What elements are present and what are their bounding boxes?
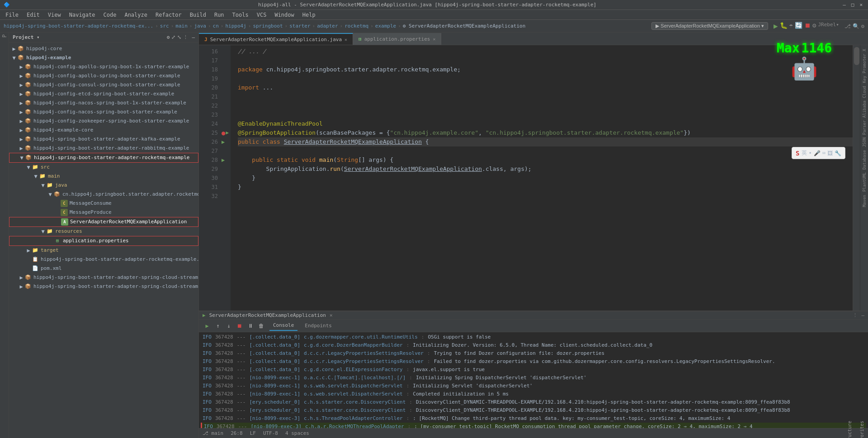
endpoints-tab[interactable]: Endpoints bbox=[301, 321, 335, 330]
tree-item-cloud-rabbit[interactable]: ▶ 📦 hippo4j-spring-boot-starter-adapter-… bbox=[9, 273, 198, 282]
menu-view[interactable]: View bbox=[44, 11, 65, 19]
input-icon-english[interactable]: 英 bbox=[802, 149, 807, 157]
nav-breadcrumb-springboot[interactable]: springboot bbox=[253, 23, 283, 29]
nav-breadcrumb-main[interactable]: main bbox=[175, 23, 188, 29]
tree-item-cloud-rocket[interactable]: ▶ 📦 hippo4j-spring-boot-starter-adapter-… bbox=[9, 282, 198, 291]
rerun-button[interactable]: ▶ bbox=[203, 321, 212, 330]
tree-item-message-consume[interactable]: C MessageConsume bbox=[9, 199, 198, 208]
status-git[interactable]: ⎇ main bbox=[203, 430, 223, 436]
toolbar-settings[interactable]: ⚙ bbox=[812, 22, 816, 30]
sidebar-expand[interactable]: ⤢ bbox=[171, 34, 175, 40]
git-icon[interactable]: ⎇ bbox=[844, 23, 851, 29]
menu-tools[interactable]: Tools bbox=[229, 11, 252, 19]
stop-button[interactable]: ⏹ bbox=[804, 22, 811, 30]
sidebar-menu[interactable]: ⋮ bbox=[183, 34, 188, 40]
tree-item-pom[interactable]: 📄 pom.xml bbox=[9, 264, 198, 273]
window-controls[interactable]: — □ ✕ bbox=[841, 2, 864, 8]
sidebar-gear[interactable]: ⚙ bbox=[167, 34, 170, 40]
menu-code[interactable]: Code bbox=[100, 11, 120, 19]
log-area[interactable]: IFO 367428 --- [.collect.data_0] c.g.doz… bbox=[199, 332, 868, 428]
menu-vcs[interactable]: VCS bbox=[253, 11, 270, 19]
menu-refactor[interactable]: Refactor bbox=[152, 11, 185, 19]
tree-item-etcd[interactable]: ▶ 📦 hippo4j-config-etcd-spring-boot-star… bbox=[9, 89, 198, 99]
menu-run[interactable]: Run bbox=[211, 11, 228, 19]
tree-item-target[interactable]: ▶ 📁 target bbox=[9, 246, 198, 255]
project-icon[interactable]: P bbox=[1, 34, 8, 38]
nav-breadcrumb-adapter[interactable]: adapter bbox=[317, 23, 338, 29]
tree-item-iml[interactable]: 📋 hippo4j-spring-boot-starter-adapter-ro… bbox=[9, 255, 198, 264]
maximize-button[interactable]: □ bbox=[849, 2, 856, 8]
nav-breadcrumb-java[interactable]: java bbox=[194, 23, 206, 29]
tree-item-properties[interactable]: ⊞ application.properties bbox=[9, 236, 198, 246]
tree-item-zookeeper[interactable]: ▶ 📦 hippo4j-config-zookeeper-spring-boot… bbox=[9, 117, 198, 126]
sidebar-collapse[interactable]: ⤡ bbox=[177, 34, 181, 40]
menu-file[interactable]: File bbox=[2, 11, 22, 19]
pause-btn[interactable]: ⏸ bbox=[246, 321, 255, 330]
input-icon-s[interactable]: S bbox=[796, 150, 799, 157]
close-button[interactable]: ✕ bbox=[858, 2, 864, 8]
run-tab-label[interactable]: ServerAdapterRocketMQExampleApplication bbox=[209, 312, 326, 318]
stop-run-btn[interactable]: ⏹ bbox=[235, 321, 244, 330]
run-panel-menu[interactable]: ⋮ bbox=[853, 312, 858, 318]
menu-navigate[interactable]: Navigate bbox=[66, 11, 99, 19]
tree-item-consul[interactable]: ▶ 📦 hippo4j-config-consul-spring-boot-st… bbox=[9, 80, 198, 89]
nav-breadcrumb-example[interactable]: example bbox=[375, 23, 396, 29]
settings-icon[interactable]: ⚙ bbox=[861, 23, 864, 29]
nav-breadcrumb-class[interactable]: ⚙ ServerAdapterRocketMQExampleApplicatio… bbox=[403, 23, 526, 29]
nav-breadcrumb-1[interactable]: hippo4j-spring-boot-starter-adapter-rock… bbox=[4, 23, 153, 29]
tree-item-src[interactable]: ▼ 📁 src bbox=[9, 163, 198, 172]
tree-item-nacos[interactable]: ▶ 📦 hippo4j-config-nacos-spring-boot-sta… bbox=[9, 108, 198, 117]
tree-item-java[interactable]: ▼ 📁 java bbox=[9, 181, 198, 190]
tree-item-apollo[interactable]: ▶ 📦 hippo4j-config-apollo-spring-boot-st… bbox=[9, 71, 198, 80]
run-marker-26[interactable]: ▶ bbox=[222, 137, 225, 146]
scroll-thumb[interactable] bbox=[854, 47, 859, 65]
run-config-button[interactable]: ▶ ServerAdapterRocketMQExampleApplicatio… bbox=[651, 22, 768, 30]
run-marker-28[interactable]: ▶ bbox=[222, 155, 225, 165]
search-everywhere-icon[interactable]: 🔍 bbox=[853, 23, 859, 29]
tree-item-hippo4j-example[interactable]: ▼ 📦 hippo4j-example bbox=[9, 53, 198, 62]
tree-item-rocketmq-module[interactable]: ▼ 📦 hippo4j-spring-boot-starter-adapter-… bbox=[9, 153, 198, 163]
minimize-button[interactable]: — bbox=[841, 2, 848, 8]
tree-item-rabbitmq[interactable]: ▶ 📦 hippo4j-spring-boot-starter-adapter-… bbox=[9, 144, 198, 153]
run-tab-close[interactable]: ✕ bbox=[330, 312, 333, 318]
tree-item-message-produce[interactable]: C MessageProduce bbox=[9, 208, 198, 217]
debug-button[interactable]: 🐛 bbox=[780, 22, 788, 30]
clear-btn[interactable]: 🗑 bbox=[257, 321, 266, 330]
scroll-up-btn[interactable]: ↑ bbox=[213, 321, 222, 330]
input-icon-mic[interactable]: 🎤 bbox=[814, 150, 821, 156]
tree-item-kafka[interactable]: ▶ 📦 hippo4j-spring-boot-starter-adapter-… bbox=[9, 135, 198, 144]
tab-properties-close[interactable]: ✕ bbox=[433, 37, 435, 42]
tree-item-hippo4j-core[interactable]: ▶ 📦 hippo4j-core bbox=[9, 44, 198, 53]
console-tab[interactable]: Console bbox=[269, 320, 297, 331]
tree-item-example-core[interactable]: ▶ 📦 hippo4j-example-core bbox=[9, 126, 198, 135]
input-icon-tools[interactable]: 🔧 bbox=[835, 150, 841, 156]
editor-scrollbar[interactable] bbox=[853, 45, 860, 311]
nav-breadcrumb-starter[interactable]: starter bbox=[289, 23, 310, 29]
jrebel-button[interactable]: JRebel▾ bbox=[818, 22, 839, 30]
coverage-button[interactable]: ☂ bbox=[789, 22, 793, 30]
breakpoint-25[interactable]: ● bbox=[222, 128, 225, 137]
toolbar-refresh[interactable]: 🔄 bbox=[795, 22, 802, 30]
menu-edit[interactable]: Edit bbox=[23, 11, 43, 19]
scroll-down-btn[interactable]: ↓ bbox=[224, 321, 233, 330]
menu-help[interactable]: Help bbox=[299, 11, 319, 19]
tree-item-main[interactable]: ▼ 📁 main bbox=[9, 172, 198, 181]
tab-properties-file[interactable]: ⊞ application.properties ✕ bbox=[353, 33, 441, 45]
tree-item-nacos-1x[interactable]: ▶ 📦 hippo4j-config-nacos-spring-boot-1x-… bbox=[9, 99, 198, 108]
menu-analyze[interactable]: Analyze bbox=[121, 11, 151, 19]
run-button[interactable]: ▶ bbox=[774, 22, 778, 30]
tree-item-package[interactable]: ▼ 📦 cn.hippo4j.springboot.starter.adapte… bbox=[9, 190, 198, 199]
nav-breadcrumb-rocketmq[interactable]: rocketmq bbox=[344, 23, 368, 29]
code-area[interactable]: // ... / package cn.hippo4j.springboot.s… bbox=[231, 45, 853, 311]
nav-breadcrumb-src[interactable]: src bbox=[160, 23, 169, 29]
nav-breadcrumb-cn[interactable]: cn bbox=[213, 23, 219, 29]
input-icon-keyboard[interactable]: ⌨ bbox=[822, 150, 826, 156]
input-icon-skin[interactable]: 🖼 bbox=[827, 150, 833, 156]
sidebar-close[interactable]: — bbox=[192, 34, 195, 40]
tree-item-main-class[interactable]: A ServerAdapterRocketMQExampleApplicatio… bbox=[9, 217, 198, 227]
input-icon-dot[interactable]: • bbox=[809, 150, 812, 156]
tree-item-resources[interactable]: ▼ 📁 resources bbox=[9, 227, 198, 236]
tree-item-apollo-1x[interactable]: ▶ 📦 hippo4j-config-apollo-spring-boot-1x… bbox=[9, 62, 198, 71]
input-method-toolbar[interactable]: S 英 • 🎤 ⌨ 🖼 🔧 bbox=[792, 147, 845, 159]
menu-build[interactable]: Build bbox=[186, 11, 210, 19]
